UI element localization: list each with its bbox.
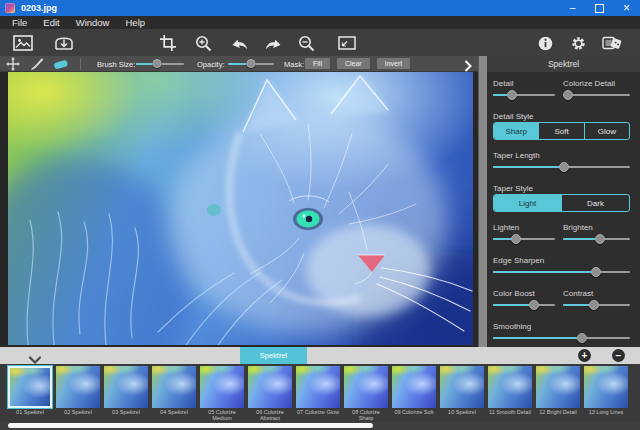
color-boost-slider[interactable] bbox=[493, 299, 555, 311]
slider-thumb[interactable] bbox=[559, 162, 569, 172]
preset-thumbnail[interactable] bbox=[488, 366, 532, 408]
preset-thumbnail[interactable] bbox=[152, 366, 196, 408]
menu-item-edit[interactable]: Edit bbox=[35, 17, 67, 28]
option-glow-button[interactable]: Glow bbox=[584, 123, 629, 139]
mask-clear-button[interactable]: Clear bbox=[337, 58, 370, 69]
settings-gear-icon[interactable] bbox=[567, 32, 589, 54]
taper-length-slider[interactable] bbox=[493, 161, 630, 173]
mask-invert-button[interactable]: Invert bbox=[377, 58, 411, 69]
slider-control[interactable] bbox=[563, 299, 630, 311]
chevron-down-icon[interactable] bbox=[28, 351, 42, 360]
menu-item-help[interactable]: Help bbox=[117, 17, 153, 28]
preset-thumbnail[interactable] bbox=[8, 366, 52, 408]
add-preset-button[interactable]: + bbox=[578, 349, 591, 362]
detail-slider[interactable] bbox=[493, 89, 555, 101]
option-dark-button[interactable]: Dark bbox=[561, 195, 629, 211]
panel-resize-gutter[interactable] bbox=[478, 56, 487, 347]
preset-thumbnail[interactable] bbox=[440, 366, 484, 408]
slider-control[interactable] bbox=[228, 59, 274, 69]
colorize-detail-slider[interactable] bbox=[563, 89, 630, 101]
remove-preset-button[interactable]: − bbox=[612, 349, 625, 362]
preset-item-4: 04 Spektrel bbox=[152, 366, 196, 422]
slider-thumb[interactable] bbox=[595, 234, 605, 244]
brush-size-slider[interactable] bbox=[136, 59, 184, 69]
preset-thumbnail[interactable] bbox=[296, 366, 340, 408]
slider-control[interactable] bbox=[493, 89, 555, 101]
slider-thumb[interactable] bbox=[511, 234, 521, 244]
export-save-icon[interactable] bbox=[53, 32, 75, 54]
open-image-icon[interactable] bbox=[12, 32, 34, 54]
preset-label: 13 Long Lines bbox=[584, 409, 628, 415]
slider-control[interactable] bbox=[493, 266, 630, 278]
minimize-button[interactable]: – bbox=[559, 0, 586, 16]
zoom-out-icon[interactable] bbox=[295, 32, 317, 54]
edge-sharpen-slider[interactable] bbox=[493, 266, 630, 278]
menu-item-window[interactable]: Window bbox=[68, 17, 118, 28]
random-presets-icon[interactable] bbox=[601, 32, 623, 54]
slider-thumb[interactable] bbox=[563, 90, 573, 100]
undo-icon[interactable] bbox=[229, 32, 251, 54]
slider-thumb[interactable] bbox=[591, 267, 601, 277]
info-icon[interactable] bbox=[534, 32, 556, 54]
slider-pair-row: Color BoostContrast bbox=[493, 289, 630, 311]
preset-thumbnail[interactable] bbox=[56, 366, 100, 408]
slider-control[interactable] bbox=[493, 233, 555, 245]
preset-thumbnail[interactable] bbox=[344, 366, 388, 408]
fit-view-icon[interactable] bbox=[336, 32, 358, 54]
slider-fill bbox=[493, 304, 534, 306]
preset-thumbnail[interactable] bbox=[392, 366, 436, 408]
slider-thumb[interactable] bbox=[153, 59, 162, 68]
preset-thumbnail[interactable] bbox=[200, 366, 244, 408]
slider-pair-row: DetailColorize Detail bbox=[493, 79, 630, 101]
slider-control[interactable] bbox=[563, 233, 630, 245]
slider-fill bbox=[493, 337, 582, 339]
preset-thumbnail[interactable] bbox=[104, 366, 148, 408]
preset-label: 10 Spektrel bbox=[440, 409, 484, 415]
redo-icon[interactable] bbox=[262, 32, 284, 54]
slider-control[interactable] bbox=[493, 161, 630, 173]
slider-thumb[interactable] bbox=[507, 90, 517, 100]
preset-label: 08 Colorize Sharp bbox=[344, 409, 388, 422]
contrast-slider[interactable] bbox=[563, 299, 630, 311]
opacity-slider[interactable] bbox=[228, 59, 274, 69]
app-icon bbox=[5, 3, 15, 13]
preset-item-5: 05 Colorize Medium bbox=[200, 366, 244, 422]
option-soft-button[interactable]: Soft bbox=[538, 123, 583, 139]
brush-tool-icon[interactable] bbox=[28, 57, 46, 71]
option-light-button[interactable]: Light bbox=[494, 195, 561, 211]
preset-thumbnail[interactable] bbox=[536, 366, 580, 408]
slider-control[interactable] bbox=[493, 299, 555, 311]
smoothing-slider[interactable] bbox=[493, 332, 630, 344]
close-button[interactable]: × bbox=[613, 0, 640, 16]
preset-thumbnail[interactable] bbox=[248, 366, 292, 408]
preset-item-7: 07 Colorize Glow bbox=[296, 366, 340, 422]
lighten-slider[interactable] bbox=[493, 233, 555, 245]
slider-thumb[interactable] bbox=[529, 300, 539, 310]
move-tool-icon[interactable] bbox=[4, 57, 22, 71]
slider-thumb[interactable] bbox=[246, 59, 255, 68]
slider-control[interactable] bbox=[563, 89, 630, 101]
option-sharp-button[interactable]: Sharp bbox=[494, 123, 538, 139]
slider-group-detail: Detail bbox=[493, 79, 555, 101]
scrollbar-thumb[interactable] bbox=[8, 423, 373, 428]
slider-thumb[interactable] bbox=[577, 333, 587, 343]
filmstrip-scrollbar[interactable] bbox=[0, 422, 640, 430]
canvas-image[interactable] bbox=[8, 72, 473, 345]
slider-pair-row: LightenBrighten bbox=[493, 223, 630, 245]
eraser-tool-icon[interactable] bbox=[52, 57, 70, 71]
maximize-button[interactable] bbox=[586, 0, 613, 16]
brighten-slider[interactable] bbox=[563, 233, 630, 245]
slider-thumb[interactable] bbox=[589, 300, 599, 310]
slider-control[interactable] bbox=[493, 332, 630, 344]
mask-buttons: FillClearInvert bbox=[305, 58, 410, 69]
preset-item-11: 11 Smooth Detail bbox=[488, 366, 532, 422]
crop-icon[interactable] bbox=[157, 32, 179, 54]
menu-item-file[interactable]: File bbox=[4, 17, 35, 28]
preset-label: 02 Spektrel bbox=[56, 409, 100, 415]
preset-category-tab[interactable]: Spektrel bbox=[240, 347, 307, 364]
slider-control[interactable] bbox=[136, 59, 184, 69]
preset-thumbnail[interactable] bbox=[584, 366, 628, 408]
zoom-in-icon[interactable] bbox=[192, 32, 214, 54]
preset-label: 05 Colorize Medium bbox=[200, 409, 244, 422]
mask-fill-button[interactable]: Fill bbox=[305, 58, 330, 69]
